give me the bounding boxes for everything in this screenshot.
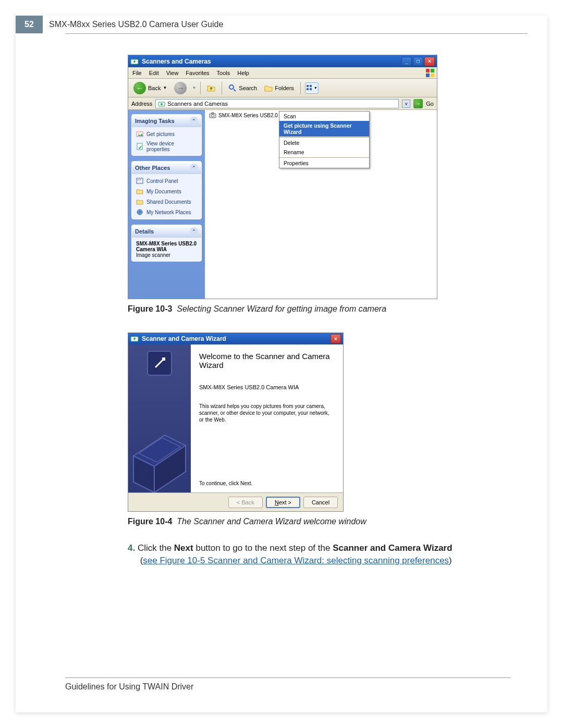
wizard-title-bar[interactable]: Scanner and Camera Wizard × xyxy=(128,333,343,344)
page-header: 52 SMX-M8xx Series USB2.0 Camera User Gu… xyxy=(16,16,547,33)
menu-bar: File Edit View Favorites Tools Help xyxy=(128,67,437,79)
imaging-tasks-header[interactable]: Imaging Tasks ⌃ xyxy=(132,115,201,127)
fig1-caption-bold: Figure 10-3 xyxy=(128,304,172,313)
up-button[interactable] xyxy=(205,83,217,93)
menu-tools[interactable]: Tools xyxy=(217,70,230,76)
imaging-tasks-title: Imaging Tasks xyxy=(135,118,175,124)
step-bold-1: Next xyxy=(174,543,193,553)
wizard-title-text: Scanner and Camera Wizard xyxy=(142,335,331,342)
go-label: Go xyxy=(426,101,434,107)
maximize-button[interactable]: □ xyxy=(413,57,423,66)
step-bold-2: Scanner and Camera Wizard xyxy=(333,543,452,553)
ctx-scan[interactable]: Scan xyxy=(279,112,369,121)
network-icon xyxy=(136,208,143,216)
menu-view[interactable]: View xyxy=(166,70,179,76)
other-places-header[interactable]: Other Places ⌃ xyxy=(132,162,201,174)
fig1-caption-italic: Selecting Scanner Wizard for getting ima… xyxy=(177,304,386,313)
address-icon xyxy=(158,100,165,107)
wizard-description: This wizard helps you copy pictures from… xyxy=(199,403,335,423)
fig2-caption-bold: Figure 10-4 xyxy=(128,517,172,526)
sidebar-item-network-places[interactable]: My Network Places xyxy=(136,208,197,216)
step-link[interactable]: see Figure 10-5 Scanner and Camera Wizar… xyxy=(143,556,449,565)
page-title: SMX-M8xx Series USB2.0 Camera User Guide xyxy=(43,16,547,33)
svg-point-13 xyxy=(161,103,163,105)
fig2-caption-italic: The Scanner and Camera Wizard welcome wi… xyxy=(177,517,366,526)
wizard-next-label: ext > xyxy=(279,499,291,505)
wizard-sidebar xyxy=(128,344,191,492)
svg-rect-18 xyxy=(138,179,139,180)
svg-rect-3 xyxy=(431,69,434,72)
pictures-icon xyxy=(136,130,143,138)
menu-favorites[interactable]: Favorites xyxy=(186,70,209,76)
folders-button[interactable]: Folders xyxy=(262,83,296,93)
content: Scanners and Cameras _ □ × File Edit Vie… xyxy=(16,34,547,567)
folder-icon xyxy=(136,188,143,195)
other-places-title: Other Places xyxy=(135,165,170,171)
step-text-1: Click the xyxy=(138,543,174,553)
svg-rect-11 xyxy=(310,88,312,90)
details-header[interactable]: Details ⌃ xyxy=(132,225,201,238)
sidebar-item-label: My Documents xyxy=(146,189,181,194)
views-button[interactable]: ▼ xyxy=(305,82,319,94)
sidebar-item-control-panel[interactable]: Control Panel xyxy=(136,177,197,184)
address-field[interactable]: Scanners and Cameras xyxy=(155,99,399,108)
sidebar-item-get-pictures[interactable]: Get pictures xyxy=(136,130,197,138)
ctx-rename[interactable]: Rename xyxy=(279,147,369,157)
minimize-button[interactable]: _ xyxy=(401,57,412,66)
page: 52 SMX-M8xx Series USB2.0 Camera User Gu… xyxy=(16,16,547,712)
toolbar-sep xyxy=(222,82,222,94)
sidebar-item-my-documents[interactable]: My Documents xyxy=(136,188,197,195)
explorer-window: Scanners and Cameras _ □ × File Edit Vie… xyxy=(128,55,437,299)
step-number: 4. xyxy=(128,543,135,553)
sidebar-item-shared-documents[interactable]: Shared Documents xyxy=(136,198,197,205)
toolbar-sep xyxy=(300,82,301,94)
menu-file[interactable]: File xyxy=(132,70,142,76)
wizard-body: Welcome to the Scanner and Camera Wizard… xyxy=(128,344,343,492)
address-dropdown[interactable]: v xyxy=(402,100,410,108)
sidebar-item-label: Shared Documents xyxy=(146,199,191,205)
ctx-properties[interactable]: Properties xyxy=(279,158,369,168)
svg-point-6 xyxy=(229,85,234,89)
svg-rect-9 xyxy=(310,85,312,87)
collapse-icon: ⌃ xyxy=(190,117,198,125)
svg-rect-8 xyxy=(307,85,309,87)
title-bar[interactable]: Scanners and Cameras _ □ × xyxy=(128,55,437,67)
imaging-tasks-list: Get pictures View device properties xyxy=(132,127,201,155)
page-footer: Guidelines for Using TWAIN Driver xyxy=(65,677,511,692)
sidebar-item-label: My Network Places xyxy=(146,209,191,215)
ctx-get-picture-wizard[interactable]: Get picture using Scanner Wizard xyxy=(279,121,369,137)
back-label: Back xyxy=(148,85,161,91)
wizard-window-icon xyxy=(130,335,139,343)
wizard-continue-text: To continue, click Next. xyxy=(199,480,335,486)
folder-up-icon xyxy=(207,84,215,92)
wizard-cancel-button[interactable]: Cancel xyxy=(303,497,338,508)
ctx-delete[interactable]: Delete xyxy=(279,138,369,147)
scanner-illustration xyxy=(128,388,191,492)
go-button[interactable]: → xyxy=(413,99,423,108)
wizard-window: Scanner and Camera Wizard × xyxy=(128,332,344,512)
window-icon xyxy=(130,57,139,66)
wizard-close-button[interactable]: × xyxy=(331,334,341,343)
wizard-window-buttons: × xyxy=(331,334,341,343)
close-button[interactable]: × xyxy=(424,57,435,66)
sidebar-item-view-properties[interactable]: View device properties xyxy=(136,141,197,152)
search-button[interactable]: Search xyxy=(226,83,259,93)
svg-point-25 xyxy=(133,338,136,340)
page-number: 52 xyxy=(16,16,43,33)
wizard-next-button[interactable]: Next > xyxy=(266,497,300,508)
search-label: Search xyxy=(239,85,257,91)
collapse-icon: ⌃ xyxy=(190,164,198,172)
menu-edit[interactable]: Edit xyxy=(149,70,159,76)
forward-button[interactable]: → xyxy=(172,81,189,95)
details-title: Details xyxy=(135,228,154,235)
menu-help[interactable]: Help xyxy=(237,70,249,76)
footer-rule xyxy=(65,677,511,678)
windows-flag-icon xyxy=(425,68,435,78)
address-value: Scanners and Cameras xyxy=(167,101,228,107)
back-button[interactable]: ← Back ▼ xyxy=(131,81,169,95)
sidebar-item-label: Get pictures xyxy=(146,131,175,137)
svg-rect-22 xyxy=(212,113,214,114)
details-block: Details ⌃ SMX-M8X Series USB2.0 Camera W… xyxy=(131,225,202,262)
context-menu: Scan Get picture using Scanner Wizard De… xyxy=(279,111,370,168)
folders-icon xyxy=(264,84,273,92)
